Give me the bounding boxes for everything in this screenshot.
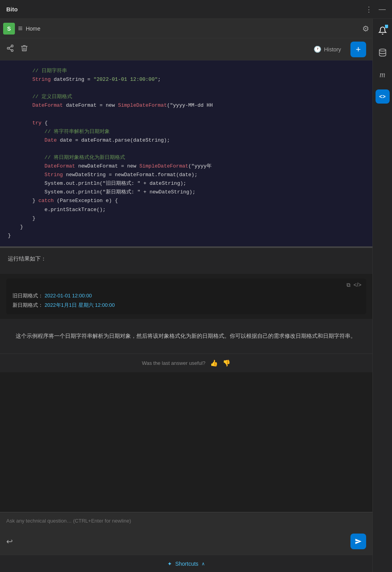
code-block: // 日期字符串 String dateString = "2022-01-01… bbox=[0, 60, 372, 248]
output-block: ⧉ </> 旧日期格式： 2022-01-01 12:00:00 新日期格式： … bbox=[6, 279, 366, 314]
question-input[interactable] bbox=[6, 518, 366, 530]
line1-label: 旧日期格式： bbox=[13, 293, 43, 299]
chat-area: // 日期字符串 String dateString = "2022-01-01… bbox=[0, 60, 372, 512]
toolbar: 🕐 History + bbox=[0, 38, 372, 60]
response-area: 运行结果如下： bbox=[0, 248, 372, 274]
code-line bbox=[8, 84, 365, 93]
svg-line-4 bbox=[9, 46, 11, 47]
tab-home-label[interactable]: Home bbox=[26, 26, 40, 32]
code-line: // 将日期对象格式化为新日期格式 bbox=[8, 153, 365, 162]
code-line: // 日期字符串 bbox=[8, 67, 365, 75]
feedback-label: Was the last answer useful? bbox=[142, 360, 205, 366]
tab-bar: S ≡ Home ⚙ bbox=[0, 19, 372, 38]
svg-point-5 bbox=[379, 49, 386, 51]
code-line: e.printStackTrace(); bbox=[8, 206, 365, 214]
line2-label: 新日期格式： bbox=[13, 302, 43, 308]
history-label: History bbox=[324, 46, 341, 53]
title-bar: Bito ⋮ — bbox=[0, 0, 392, 19]
shortcuts-icon: ✦ bbox=[167, 561, 172, 567]
add-chat-button[interactable]: + bbox=[350, 42, 366, 57]
input-area: ↩ bbox=[0, 512, 372, 555]
code-line: DateFormat dateFormat = new SimpleDateFo… bbox=[8, 101, 365, 110]
shortcuts-label: Shortcuts bbox=[175, 561, 198, 567]
code-line: } bbox=[8, 223, 365, 231]
code-line: // 将字符串解析为日期对象 bbox=[8, 128, 365, 136]
more-options-icon[interactable]: ⋮ bbox=[365, 5, 372, 14]
undo-button[interactable]: ↩ bbox=[6, 537, 13, 546]
share-icon[interactable] bbox=[6, 44, 14, 54]
output-content: 旧日期格式： 2022-01-01 12:00:00 新日期格式： 2022年1… bbox=[13, 291, 360, 310]
code-line bbox=[8, 145, 365, 153]
database-icon[interactable] bbox=[376, 46, 390, 60]
user-avatar[interactable]: S bbox=[3, 23, 15, 35]
copy-icon[interactable]: ⧉ bbox=[347, 282, 350, 288]
right-sidebar: m <> bbox=[372, 19, 392, 572]
trash-icon[interactable] bbox=[20, 44, 28, 54]
result-label: 运行结果如下： bbox=[8, 254, 365, 263]
code-line: Date date = dateFormat.parse(dateString)… bbox=[8, 136, 365, 145]
code-line bbox=[8, 110, 365, 118]
output-line-1: 旧日期格式： 2022-01-01 12:00:00 bbox=[13, 291, 360, 300]
line2-value: 2022年1月1日 星期六 12:00:00 bbox=[45, 302, 115, 308]
code-line: } catch (ParseException e) { bbox=[8, 197, 365, 205]
settings-icon[interactable]: ⚙ bbox=[362, 24, 369, 33]
code-line: } bbox=[8, 214, 365, 223]
code-line: } bbox=[8, 231, 365, 240]
notification-button[interactable] bbox=[376, 24, 390, 38]
code-line: try { bbox=[8, 119, 365, 128]
code-line: // 定义日期格式 bbox=[8, 93, 365, 101]
code-line: String newDateString = newDateFormat.for… bbox=[8, 171, 365, 179]
history-button[interactable]: 🕐 History bbox=[314, 46, 341, 53]
input-toolbar: ↩ bbox=[6, 534, 366, 549]
code-line: System.out.println("旧日期格式: " + dateStrin… bbox=[8, 179, 365, 188]
output-line-2: 新日期格式： 2022年1月1日 星期六 12:00:00 bbox=[13, 301, 360, 310]
main-layout: S ≡ Home ⚙ 🕐 History bbox=[0, 19, 392, 572]
history-clock-icon: 🕐 bbox=[314, 46, 321, 53]
title-bar-controls: ⋮ — bbox=[365, 5, 386, 14]
output-code-icon[interactable]: </> bbox=[354, 282, 361, 288]
code-line: System.out.println("新日期格式: " + newDateSt… bbox=[8, 188, 365, 197]
description-area: 这个示例程序将一个日期字符串解析为日期对象，然后将该对象格式化为新的日期格式。你… bbox=[0, 319, 372, 353]
send-button[interactable] bbox=[350, 534, 366, 549]
shortcuts-chevron: ∧ bbox=[201, 561, 205, 567]
minimize-icon[interactable]: — bbox=[379, 5, 386, 13]
code-button[interactable]: <> bbox=[376, 89, 390, 104]
menu-icon[interactable]: ≡ bbox=[18, 24, 23, 33]
line1-value: 2022-01-01 12:00:00 bbox=[45, 293, 92, 299]
app-title: Bito bbox=[6, 6, 18, 13]
thumbdown-icon[interactable]: 👎 bbox=[223, 359, 230, 367]
code-line: DateFormat newDateFormat = new SimpleDat… bbox=[8, 162, 365, 171]
thumbup-icon[interactable]: 👍 bbox=[210, 359, 218, 367]
code-line: String dateString = "2022-01-01 12:00:00… bbox=[8, 75, 365, 84]
output-toolbar: ⧉ </> bbox=[347, 282, 361, 288]
feedback-bar: Was the last answer useful? 👍 👎 bbox=[0, 353, 372, 372]
app-title-area: Bito bbox=[6, 6, 18, 13]
shortcuts-bar[interactable]: ✦ Shortcuts ∧ bbox=[0, 555, 372, 572]
description-text: 这个示例程序将一个日期字符串解析为日期对象，然后将该对象格式化为新的日期格式。你… bbox=[8, 325, 365, 347]
svg-line-3 bbox=[9, 49, 11, 50]
main-panel: S ≡ Home ⚙ 🕐 History bbox=[0, 19, 372, 572]
italic-m-icon[interactable]: m bbox=[376, 67, 390, 82]
spacer bbox=[0, 372, 372, 384]
